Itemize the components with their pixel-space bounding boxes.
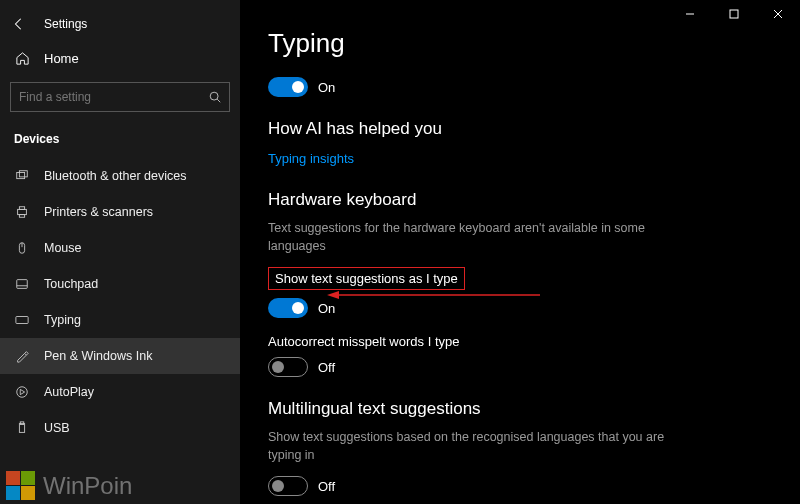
autoplay-icon <box>14 384 30 400</box>
svg-point-0 <box>210 92 218 100</box>
toggle-suggestions-state: On <box>318 301 335 316</box>
highlight-box: Show text suggestions as I type <box>268 267 465 290</box>
svg-point-15 <box>17 387 28 398</box>
svg-rect-9 <box>17 280 28 289</box>
nav-mouse[interactable]: Mouse <box>0 230 240 266</box>
usb-icon <box>14 420 30 436</box>
show-suggestions-label: Show text suggestions as I type <box>275 271 458 286</box>
mouse-icon <box>14 240 30 256</box>
search-box[interactable] <box>10 82 230 112</box>
toggle-show-suggestions[interactable] <box>268 298 308 318</box>
toggle-multilingual[interactable] <box>268 476 308 496</box>
nav-autoplay[interactable]: AutoPlay <box>0 374 240 410</box>
autocorrect-label: Autocorrect misspelt words I type <box>268 334 776 349</box>
svg-rect-11 <box>16 317 28 324</box>
nav-label: Printers & scanners <box>44 205 153 219</box>
svg-rect-2 <box>17 173 25 179</box>
ai-heading: How AI has helped you <box>268 119 776 139</box>
nav-label: Touchpad <box>44 277 98 291</box>
app-title: Settings <box>44 17 87 31</box>
nav-typing[interactable]: Typing <box>0 302 240 338</box>
nav-printers[interactable]: Printers & scanners <box>0 194 240 230</box>
section-header: Devices <box>0 126 240 158</box>
multilingual-desc: Show text suggestions based on the recog… <box>268 429 688 464</box>
window-controls <box>668 0 800 28</box>
home-link[interactable]: Home <box>0 40 240 76</box>
keyboard-icon <box>14 312 30 328</box>
typing-insights-link[interactable]: Typing insights <box>268 151 354 166</box>
maximize-button[interactable] <box>712 0 756 28</box>
svg-rect-3 <box>19 171 27 177</box>
nav-pen[interactable]: Pen & Windows Ink <box>0 338 240 374</box>
toggle-row-autocorrect: Off <box>268 357 776 377</box>
sidebar: Settings Home Devices Bluetooth & other … <box>0 0 240 504</box>
nav-bluetooth[interactable]: Bluetooth & other devices <box>0 158 240 194</box>
main-panel: Typing On How AI has helped you Typing i… <box>240 0 800 504</box>
watermark-text: WinPoin <box>43 472 132 500</box>
home-label: Home <box>44 51 79 66</box>
nav-label: Bluetooth & other devices <box>44 169 186 183</box>
toggle-top-label: On <box>318 80 335 95</box>
nav-label: Typing <box>44 313 81 327</box>
toggle-multilingual-state: Off <box>318 479 335 494</box>
nav-label: AutoPlay <box>44 385 94 399</box>
nav-label: Pen & Windows Ink <box>44 349 152 363</box>
multilingual-heading: Multilingual text suggestions <box>268 399 776 419</box>
toggle-autocorrect-state: Off <box>318 360 335 375</box>
nav-usb[interactable]: USB <box>0 410 240 446</box>
touchpad-icon <box>14 276 30 292</box>
bluetooth-icon <box>14 168 30 184</box>
toggle-top[interactable] <box>268 77 308 97</box>
nav-list: Bluetooth & other devices Printers & sca… <box>0 158 240 446</box>
titlebar: Settings <box>0 8 240 40</box>
watermark: WinPoin <box>6 471 132 500</box>
nav-touchpad[interactable]: Touchpad <box>0 266 240 302</box>
printer-icon <box>14 204 30 220</box>
toggle-row-suggestions: On <box>268 298 776 318</box>
hardware-keyboard-desc: Text suggestions for the hardware keyboa… <box>268 220 688 255</box>
hardware-keyboard-heading: Hardware keyboard <box>268 190 776 210</box>
svg-line-1 <box>217 99 220 102</box>
svg-rect-5 <box>19 207 24 210</box>
watermark-logo <box>6 471 35 500</box>
svg-rect-4 <box>18 209 27 214</box>
svg-rect-6 <box>19 215 24 218</box>
back-icon[interactable] <box>12 17 32 31</box>
toggle-autocorrect[interactable] <box>268 357 308 377</box>
nav-label: Mouse <box>44 241 82 255</box>
content-area: Typing On How AI has helped you Typing i… <box>240 0 800 504</box>
search-input[interactable] <box>10 82 230 112</box>
toggle-row-multilingual: Off <box>268 476 776 496</box>
svg-rect-19 <box>730 10 738 18</box>
minimize-button[interactable] <box>668 0 712 28</box>
nav-label: USB <box>44 421 70 435</box>
close-button[interactable] <box>756 0 800 28</box>
toggle-row-top: On <box>268 77 776 97</box>
page-title: Typing <box>268 28 776 59</box>
home-icon <box>14 50 30 66</box>
pen-icon <box>14 348 30 364</box>
search-icon <box>208 90 222 104</box>
